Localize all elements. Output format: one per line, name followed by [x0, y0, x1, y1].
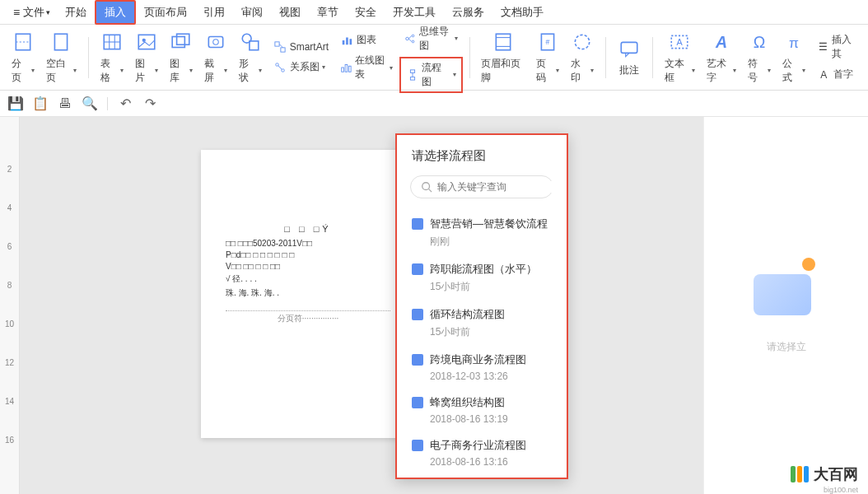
svg-rect-25: [345, 65, 348, 72]
svg-text:#: #: [546, 38, 550, 46]
ribbon-table[interactable]: 表格: [96, 27, 128, 88]
menu-assistant[interactable]: 文档助手: [492, 2, 552, 23]
flowchart-search[interactable]: [410, 175, 553, 198]
watermark-logo: 大百网 big100.net: [791, 464, 858, 484]
ribbon-textbox[interactable]: A 文本框: [660, 27, 700, 88]
svg-rect-9: [172, 36, 184, 47]
symbol-icon: Ω: [748, 30, 771, 54]
svg-rect-16: [281, 48, 285, 52]
menu-insert[interactable]: 插入: [95, 0, 136, 25]
ribbon-comment[interactable]: 批注: [613, 34, 646, 81]
menu-start[interactable]: 开始: [57, 2, 95, 23]
comment-icon: [618, 37, 641, 60]
ribbon-chart[interactable]: 图表: [335, 30, 398, 49]
flowchart-item-icon: [412, 218, 423, 230]
svg-rect-23: [350, 39, 352, 44]
ribbon-mindmap[interactable]: 思维导图: [399, 22, 462, 55]
ribbon-paging[interactable]: 分页: [7, 27, 40, 88]
menu-references[interactable]: 引用: [195, 2, 233, 23]
flowchart-search-input[interactable]: [437, 181, 561, 193]
qt-undo-icon[interactable]: ↶: [118, 96, 133, 111]
doc-title: □ □ □Ý: [226, 224, 390, 234]
ribbon-symbol[interactable]: Ω 符号: [743, 27, 776, 88]
ribbon-online-chart[interactable]: 在线图表: [335, 51, 398, 84]
picture-icon: [135, 30, 158, 54]
svg-line-20: [278, 65, 282, 69]
menu-page-layout[interactable]: 页面布局: [136, 2, 195, 23]
watermark-icon: [571, 30, 594, 54]
drop-cap-icon: A: [817, 68, 830, 82]
flowchart-item[interactable]: 蜂窝组织结构图2018-08-16 13:19: [397, 389, 567, 431]
ribbon-header-footer[interactable]: 页眉和页脚: [476, 27, 530, 88]
ribbon-formula[interactable]: π 公式: [777, 27, 810, 88]
svg-point-29: [412, 40, 414, 43]
ribbon-picture[interactable]: 图片: [130, 27, 163, 88]
ribbon-relation[interactable]: 关系图: [268, 58, 334, 77]
menu-cloud[interactable]: 云服务: [444, 2, 492, 23]
svg-line-31: [409, 39, 413, 42]
svg-line-48: [429, 189, 432, 193]
wordart-icon: A: [710, 30, 733, 54]
quick-toolbar: 💾 📋 🖶 🔍 ↶ ↷: [0, 91, 868, 117]
flowchart-item-icon: [412, 440, 423, 451]
svg-text:A: A: [715, 32, 727, 50]
flowchart-item-icon: [412, 397, 423, 408]
ribbon-drop-cap[interactable]: A首字: [812, 65, 861, 84]
ribbon-blank-page[interactable]: 空白页: [41, 27, 82, 88]
flowchart-item-icon: [412, 354, 423, 366]
doc-line: 珠. 海. 珠. 海. .: [226, 287, 390, 299]
insert-other-icon: ☰: [817, 40, 828, 54]
svg-rect-33: [410, 77, 414, 80]
qt-paste-icon[interactable]: 📋: [33, 96, 48, 111]
blank-page-icon: [49, 30, 72, 54]
qt-print-icon[interactable]: 🖶: [58, 96, 72, 111]
ribbon-gallery[interactable]: 图库: [165, 27, 198, 88]
ribbon-insert-other[interactable]: ☰插入其: [812, 30, 861, 63]
flowchart-item[interactable]: 电子商务行业流程图2018-08-16 13:16: [397, 431, 567, 474]
doc-line: P□d□□ □ □ □ □ □ □: [226, 250, 390, 259]
gallery-icon: [170, 30, 193, 54]
screenshot-icon: [204, 30, 227, 54]
menu-review[interactable]: 审阅: [233, 2, 271, 23]
ribbon-smartart[interactable]: SmartArt: [268, 38, 334, 56]
page-number-icon: #: [536, 30, 559, 54]
flowchart-item[interactable]: 智慧营销—智慧餐饮流程刚刚: [397, 210, 567, 255]
online-chart-icon: [340, 61, 352, 74]
svg-rect-10: [176, 34, 189, 44]
ribbon-page-number[interactable]: # 页码: [531, 27, 564, 88]
smartart-icon: [273, 40, 287, 54]
menu-view[interactable]: 视图: [271, 2, 309, 23]
menu-bar: 文件 开始 插入 页面布局 引用 审阅 视图 章节 安全 开发工具 云服务 文档…: [0, 0, 868, 25]
svg-point-40: [575, 35, 589, 49]
ribbon-flowchart[interactable]: 流程图: [399, 57, 462, 93]
chart-icon: [340, 34, 353, 47]
menu-file[interactable]: 文件: [7, 2, 57, 23]
svg-text:π: π: [789, 34, 799, 50]
flowchart-item[interactable]: 跨职能流程图（水平）15小时前: [397, 255, 567, 301]
flowchart-icon: [406, 68, 418, 82]
qt-redo-icon[interactable]: ↷: [142, 96, 157, 111]
document-page[interactable]: □ □ □Ý □□ □□□50203-2011V□□ P□d□□ □ □ □ □…: [201, 150, 415, 438]
relation-icon: [273, 61, 287, 74]
menu-security[interactable]: 安全: [347, 2, 385, 23]
doc-line: V□□ □□ □ □ □□: [226, 262, 390, 271]
flowchart-item[interactable]: 跨境电商业务流程图2018-12-03 13:26: [397, 346, 567, 389]
ribbon-wordart[interactable]: A 艺术字: [702, 27, 742, 88]
page-break: 分页符················: [226, 310, 390, 324]
menu-devtools[interactable]: 开发工具: [385, 2, 444, 23]
svg-line-17: [279, 44, 282, 48]
flowchart-item[interactable]: 循环结构流程图15小时前: [397, 301, 567, 346]
flowchart-panel-title: 请选择流程图: [397, 145, 567, 175]
qt-preview-icon[interactable]: 🔍: [82, 96, 97, 111]
qt-save-icon[interactable]: 💾: [8, 96, 23, 111]
menu-chapter[interactable]: 章节: [309, 2, 347, 23]
svg-rect-41: [621, 42, 637, 53]
shapes-icon: [239, 30, 262, 54]
ribbon-watermark[interactable]: 水印: [566, 27, 599, 88]
svg-rect-2: [55, 34, 68, 50]
svg-point-8: [142, 38, 145, 41]
svg-rect-32: [410, 69, 414, 72]
ribbon-shapes[interactable]: 形状: [234, 27, 267, 88]
mindmap-icon: [404, 32, 416, 45]
ribbon-screenshot[interactable]: 截屏: [199, 27, 232, 88]
